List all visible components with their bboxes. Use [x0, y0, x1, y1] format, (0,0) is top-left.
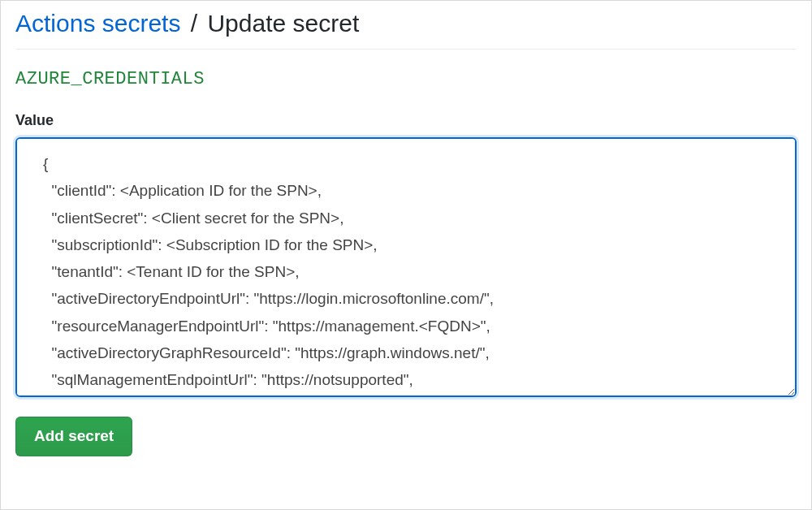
breadcrumb: Actions secrets / Update secret	[15, 7, 797, 50]
breadcrumb-separator: /	[188, 10, 201, 37]
breadcrumb-current: Update secret	[207, 10, 359, 37]
breadcrumb-parent-link[interactable]: Actions secrets	[15, 10, 180, 37]
update-secret-panel: Actions secrets / Update secret AZURE_CR…	[0, 0, 812, 510]
value-label: Value	[15, 112, 797, 129]
secret-name: AZURE_CREDENTIALS	[15, 69, 797, 89]
value-field-wrapper	[15, 137, 797, 400]
add-secret-button[interactable]: Add secret	[15, 417, 132, 456]
secret-value-input[interactable]	[15, 137, 797, 397]
